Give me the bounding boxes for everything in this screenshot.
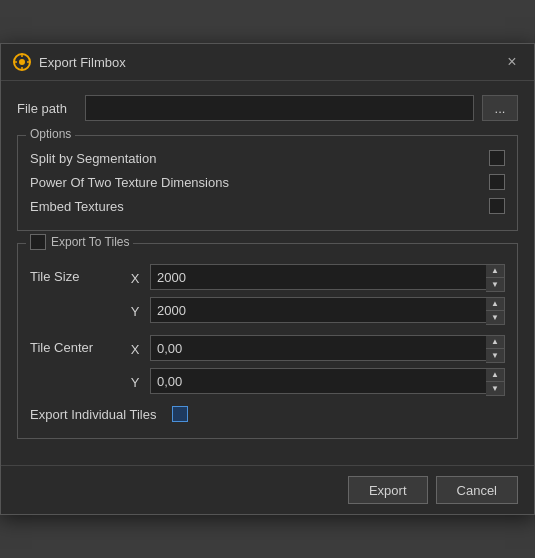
dialog-footer: Export Cancel (1, 465, 534, 514)
file-path-row: File path ... (17, 95, 518, 121)
option-power-checkbox[interactable] (489, 174, 505, 190)
option-split-checkbox[interactable] (489, 150, 505, 166)
tile-size-x-label: X (120, 271, 150, 286)
export-individual-row: Export Individual Tiles (30, 406, 505, 426)
tile-center-y-spinner: ▲ ▼ (150, 368, 505, 396)
option-embed-label: Embed Textures (30, 199, 124, 214)
options-group: Options Split by Segmentation Power Of T… (17, 135, 518, 231)
tile-size-x-buttons: ▲ ▼ (486, 264, 505, 292)
tile-center-x-label: X (120, 342, 150, 357)
tile-size-x-down[interactable]: ▼ (486, 278, 504, 291)
option-split-segmentation: Split by Segmentation (30, 146, 505, 170)
tiles-enable-checkbox[interactable] (30, 234, 46, 250)
export-individual-label: Export Individual Tiles (30, 407, 156, 422)
dialog-title: Export Filmbox (39, 55, 126, 70)
tile-size-group: Tile Size X ▲ ▼ (30, 264, 505, 325)
tiles-group: Export To Tiles Tile Size X ▲ ▼ (17, 243, 518, 439)
tile-center-x-input[interactable] (150, 335, 486, 361)
tile-size-y-up[interactable]: ▲ (486, 298, 504, 311)
tile-size-y-input[interactable] (150, 297, 486, 323)
tile-center-group: Tile Center X ▲ ▼ (30, 335, 505, 396)
file-path-input[interactable] (85, 95, 474, 121)
export-individual-checkbox[interactable] (172, 406, 188, 422)
svg-point-1 (19, 59, 25, 65)
file-path-label: File path (17, 101, 77, 116)
option-embed-textures: Embed Textures (30, 194, 505, 218)
option-power-label: Power Of Two Texture Dimensions (30, 175, 229, 190)
dialog-content: File path ... Options Split by Segmentat… (1, 81, 534, 465)
tile-size-y-buttons: ▲ ▼ (486, 297, 505, 325)
tile-center-x-spinner: ▲ ▼ (150, 335, 505, 363)
tile-center-x-down[interactable]: ▼ (486, 349, 504, 362)
tile-center-row: Tile Center X ▲ ▼ (30, 335, 505, 363)
tiles-group-label: Export To Tiles (51, 235, 129, 249)
tile-size-y-spinner: ▲ ▼ (150, 297, 505, 325)
options-group-title: Options (26, 127, 75, 141)
tile-center-y-row: Y ▲ ▼ (30, 368, 505, 396)
tile-size-y-label: Y (120, 304, 150, 319)
tile-center-y-group: Y ▲ ▼ (120, 368, 505, 396)
tile-size-y-down[interactable]: ▼ (486, 311, 504, 324)
tile-center-y-down[interactable]: ▼ (486, 382, 504, 395)
tile-size-label: Tile Size (30, 269, 120, 284)
option-power-two: Power Of Two Texture Dimensions (30, 170, 505, 194)
tile-center-y-up[interactable]: ▲ (486, 369, 504, 382)
export-filmbox-dialog: Export Filmbox × File path ... Options S… (0, 43, 535, 515)
tile-center-y-buttons: ▲ ▼ (486, 368, 505, 396)
tile-center-x-up[interactable]: ▲ (486, 336, 504, 349)
option-split-label: Split by Segmentation (30, 151, 156, 166)
title-bar-left: Export Filmbox (13, 53, 126, 71)
cancel-button[interactable]: Cancel (436, 476, 518, 504)
tile-size-y-row: Y ▲ ▼ (30, 297, 505, 325)
close-button[interactable]: × (502, 52, 522, 72)
tile-size-x-up[interactable]: ▲ (486, 265, 504, 278)
tile-center-x-buttons: ▲ ▼ (486, 335, 505, 363)
tile-size-x-group: X ▲ ▼ (120, 264, 505, 292)
tiles-group-title: Export To Tiles (26, 234, 133, 250)
tile-center-y-label: Y (120, 375, 150, 390)
title-bar: Export Filmbox × (1, 44, 534, 81)
browse-button[interactable]: ... (482, 95, 518, 121)
tile-center-label: Tile Center (30, 340, 120, 355)
tile-center-x-group: X ▲ ▼ (120, 335, 505, 363)
filmbox-icon (13, 53, 31, 71)
export-button[interactable]: Export (348, 476, 428, 504)
option-embed-checkbox[interactable] (489, 198, 505, 214)
tile-center-y-input[interactable] (150, 368, 486, 394)
tile-size-x-spinner: ▲ ▼ (150, 264, 505, 292)
tile-size-x-input[interactable] (150, 264, 486, 290)
tile-size-y-group: Y ▲ ▼ (120, 297, 505, 325)
tile-size-row: Tile Size X ▲ ▼ (30, 264, 505, 292)
